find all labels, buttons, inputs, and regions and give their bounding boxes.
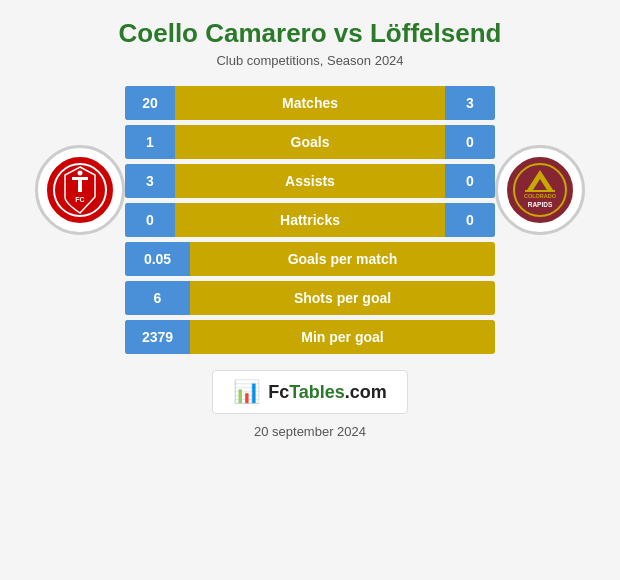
stats-container: 20 Matches 3 1 Goals 0 3 Assists 0 0 Hat… [125,86,495,354]
stat-label-shots-per-goal: Shots per goal [190,290,495,306]
stat-label-goals-per-match: Goals per match [190,251,495,267]
svg-text:COLORADO: COLORADO [524,193,557,199]
match-title: Coello Camarero vs Löffelsend [119,18,502,49]
stat-right-goals: 0 [445,125,495,159]
stat-row-hattricks: 0 Hattricks 0 [125,203,495,237]
stat-row-min-per-goal: 2379 Min per goal [125,320,495,354]
footer-date: 20 september 2024 [254,424,366,439]
stat-right-assists: 0 [445,164,495,198]
stat-left-matches: 20 [125,86,175,120]
stat-label-goals: Goals [175,134,445,150]
stat-label-matches: Matches [175,95,445,111]
comparison-area: FC 20 Matches 3 1 Goals 0 3 Assists 0 0 … [10,86,610,354]
stat-row-shots-per-goal: 6 Shots per goal [125,281,495,315]
stat-label-hattricks: Hattricks [175,212,445,228]
team-logo-right: RAPIDS COLORADO [495,145,585,235]
svg-point-5 [78,171,83,176]
stat-right-matches: 3 [445,86,495,120]
stat-left-hattricks: 0 [125,203,175,237]
svg-text:FC: FC [75,196,84,203]
stat-right-hattricks: 0 [445,203,495,237]
brand-text: FcTables.com [268,382,387,403]
stat-row-assists: 3 Assists 0 [125,164,495,198]
stat-label-assists: Assists [175,173,445,189]
brand-icon: 📊 [233,379,260,405]
stat-left-assists: 3 [125,164,175,198]
svg-rect-9 [525,190,555,192]
stat-val-min-per-goal: 2379 [125,320,190,354]
brand-box: 📊 FcTables.com [212,370,408,414]
stat-val-shots-per-goal: 6 [125,281,190,315]
svg-rect-2 [72,177,88,180]
svg-text:RAPIDS: RAPIDS [528,201,553,208]
team-logo-left: FC [35,145,125,235]
stat-val-goals-per-match: 0.05 [125,242,190,276]
stat-row-goals-per-match: 0.05 Goals per match [125,242,495,276]
match-subtitle: Club competitions, Season 2024 [216,53,403,68]
stat-row-goals: 1 Goals 0 [125,125,495,159]
stat-left-goals: 1 [125,125,175,159]
stat-label-min-per-goal: Min per goal [190,329,495,345]
svg-rect-3 [78,180,82,192]
stat-row-matches: 20 Matches 3 [125,86,495,120]
